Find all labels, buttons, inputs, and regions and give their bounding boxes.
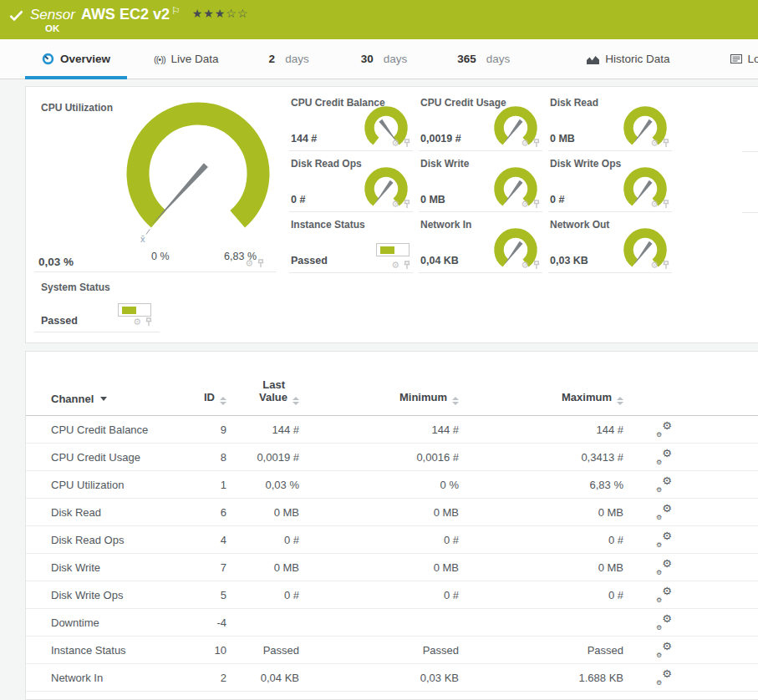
- gear-icon[interactable]: ⚙: [391, 200, 399, 209]
- table-row[interactable]: Disk Read Ops 4 0 # 0 # 0 # ⚙⚙: [26, 526, 758, 554]
- channel-name: Disk Write Ops: [51, 589, 176, 601]
- table-row[interactable]: CPU Utilization 1 0,03 % 0 % 6,83 % ⚙⚙: [26, 471, 758, 499]
- gear-icon[interactable]: ⚙: [391, 261, 399, 270]
- channel-last-value: 0 MB: [226, 506, 299, 519]
- gauge-tile: Network In 0,04 KB⚙: [419, 216, 542, 273]
- channel-minimum: 0 MB: [299, 561, 459, 574]
- pin-icon[interactable]: [257, 259, 265, 268]
- gear-icon[interactable]: ⚙: [650, 261, 659, 270]
- channel-id: 7: [176, 561, 226, 574]
- tab-365-days[interactable]: 365 days: [440, 39, 527, 79]
- channel-name: Disk Write: [51, 561, 176, 574]
- channel-minimum: Passed: [299, 644, 459, 657]
- gear-icon[interactable]: ⚙: [650, 139, 659, 148]
- column-header-last-value[interactable]: Last Value: [226, 378, 299, 405]
- channel-maximum: 1.688 KB: [459, 672, 623, 684]
- gear-icon[interactable]: ⚙: [650, 200, 659, 209]
- pin-icon[interactable]: [662, 261, 670, 270]
- channel-maximum: 0 #: [459, 589, 623, 601]
- channel-last-value: 0 #: [226, 589, 299, 601]
- gear-icon[interactable]: ⚙: [391, 139, 399, 148]
- gear-icon[interactable]: ⚙: [133, 317, 141, 327]
- sensor-status: OK: [45, 23, 59, 33]
- tile-actions: ⚙: [650, 200, 670, 209]
- tab-2-days[interactable]: 2 days: [252, 39, 326, 79]
- channel-maximum: 0 MB: [459, 561, 623, 574]
- channel-settings-icon[interactable]: ⚙⚙: [657, 449, 672, 463]
- channel-name: Instance Status: [51, 644, 176, 657]
- table-row[interactable]: Instance Status 10 Passed Passed Passed …: [26, 637, 758, 664]
- tile-actions: ⚙: [133, 317, 153, 327]
- channel-last-value: 0,0019 #: [226, 451, 299, 464]
- tile-actions: ⚙: [650, 139, 670, 148]
- pin-icon[interactable]: [403, 200, 411, 209]
- tile-value: 0,04 KB: [420, 255, 459, 266]
- flag-icon[interactable]: ⚐: [171, 5, 181, 17]
- table-row[interactable]: Disk Read 6 0 MB 0 MB 0 MB ⚙⚙: [26, 499, 758, 526]
- gauge-tile: Disk Write 0 MB⚙: [419, 155, 542, 212]
- channel-id: -4: [176, 616, 226, 629]
- column-header-channel[interactable]: Channel: [51, 393, 176, 405]
- sensor-type-label: Sensor: [30, 7, 75, 23]
- channel-maximum: 0 #: [459, 534, 623, 546]
- gauge-tile: Network Out 0,03 KB⚙: [548, 216, 672, 273]
- tile-title: Disk Read: [550, 97, 598, 109]
- divider: [742, 151, 758, 152]
- table-row[interactable]: Network In 2 0,04 KB 0,03 KB 1.688 KB ⚙⚙: [26, 664, 758, 692]
- channel-settings-icon[interactable]: ⚙⚙: [657, 615, 672, 628]
- sort-icon: [293, 397, 299, 405]
- pin-icon[interactable]: [532, 261, 541, 270]
- pin-icon[interactable]: [403, 261, 411, 270]
- tile-title: Disk Write: [420, 158, 469, 170]
- table-row[interactable]: CPU Credit Balance 9 144 # 144 # 144 # ⚙…: [26, 416, 758, 444]
- pin-icon[interactable]: [662, 139, 670, 148]
- pin-icon[interactable]: [403, 139, 411, 148]
- tab-live-data[interactable]: ((•)) Live Data: [144, 39, 229, 79]
- priority-stars[interactable]: ★★★☆☆: [192, 7, 249, 20]
- channel-name: Disk Read Ops: [51, 534, 176, 546]
- gear-icon[interactable]: ⚙: [521, 139, 529, 148]
- tile-title: Network Out: [550, 219, 609, 231]
- tab-bar: Overview ((•)) Live Data 2 days 30 days …: [0, 39, 758, 79]
- channel-settings-icon[interactable]: ⚙⚙: [657, 532, 672, 545]
- channel-maximum: Passed: [459, 644, 623, 657]
- channel-maximum: 144 #: [459, 424, 623, 436]
- cpu-utilization-gauge: [109, 100, 277, 249]
- table-row[interactable]: Downtime -4 ⚙⚙: [26, 609, 758, 637]
- channel-last-value: 0,04 KB: [226, 672, 299, 684]
- tab-historic-data[interactable]: Historic Data: [570, 39, 686, 79]
- column-header-maximum[interactable]: Maximum: [459, 391, 623, 405]
- column-header-minimum[interactable]: Minimum: [299, 391, 459, 405]
- channel-settings-icon[interactable]: ⚙⚙: [657, 642, 672, 656]
- gear-icon[interactable]: ⚙: [521, 200, 529, 209]
- tile-value: 0 MB: [420, 194, 445, 205]
- tile-title: System Status: [41, 282, 110, 293]
- table-row[interactable]: CPU Credit Usage 8 0,0019 # 0,0016 # 0,3…: [26, 444, 758, 471]
- channel-settings-icon[interactable]: ⚙⚙: [657, 587, 672, 601]
- tile-actions: ⚙: [391, 139, 411, 148]
- pin-icon[interactable]: [532, 139, 541, 148]
- tab-30-days[interactable]: 30 days: [344, 39, 425, 79]
- channel-settings-icon[interactable]: ⚙⚙: [657, 477, 672, 490]
- channel-settings-icon[interactable]: ⚙⚙: [657, 505, 672, 518]
- log-list-icon: [730, 54, 742, 63]
- pin-icon[interactable]: [145, 317, 153, 327]
- table-row[interactable]: Disk Write 7 0 MB 0 MB 0 MB ⚙⚙: [26, 554, 758, 581]
- channel-settings-icon[interactable]: ⚙⚙: [657, 670, 672, 683]
- channel-minimum: 0 #: [299, 534, 459, 546]
- sensor-header: SensorAWS EC2 v2⚐★★★☆☆ OK: [0, 0, 758, 39]
- channel-settings-icon[interactable]: ⚙⚙: [657, 560, 672, 573]
- tab-log[interactable]: Log: [714, 39, 758, 79]
- gear-icon[interactable]: ⚙: [521, 261, 529, 270]
- tab-overview[interactable]: Overview: [25, 39, 127, 79]
- channel-last-value: 0 MB: [226, 561, 299, 574]
- pin-icon[interactable]: [662, 200, 670, 209]
- gear-icon[interactable]: ⚙: [245, 259, 253, 268]
- column-header-id[interactable]: ID: [176, 391, 226, 405]
- pin-icon[interactable]: [532, 200, 541, 209]
- channel-settings-icon[interactable]: ⚙⚙: [657, 422, 672, 435]
- table-row[interactable]: Disk Write Ops 5 0 # 0 # 0 # ⚙⚙: [26, 581, 758, 609]
- gauge-tile: Disk Write Ops 0 #⚙: [548, 155, 672, 212]
- tile-value: 0,03 KB: [550, 255, 588, 266]
- channel-id: 10: [176, 644, 226, 657]
